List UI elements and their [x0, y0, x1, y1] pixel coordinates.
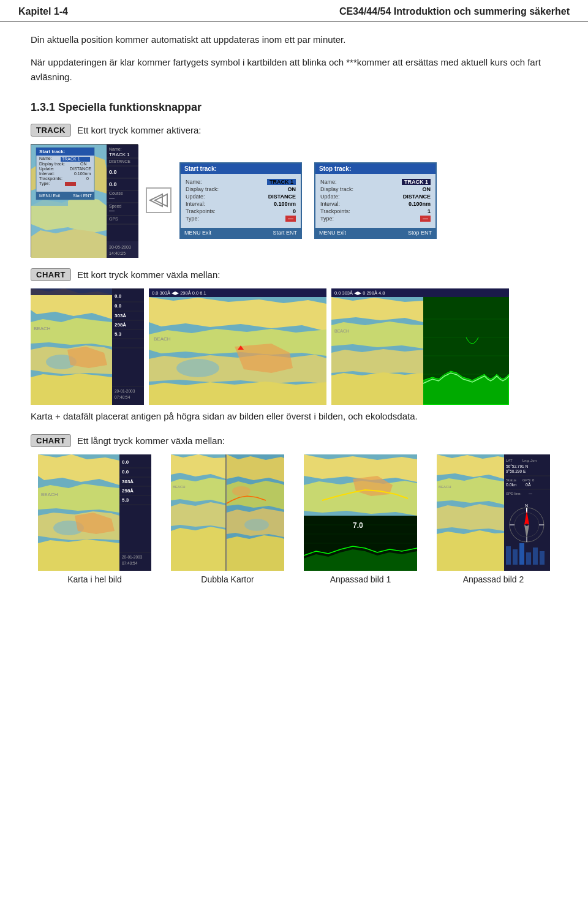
svg-text:GPS: 0: GPS: 0	[522, 478, 535, 482]
svg-marker-145	[437, 504, 504, 531]
svg-text:0.0: 0.0	[109, 169, 117, 175]
svg-text:298Å: 298Å	[122, 488, 134, 494]
svg-text:BEACH: BEACH	[334, 329, 349, 333]
svg-rect-174	[533, 548, 538, 565]
chart1-images-row: BEACH 0.0 0.0 303Å	[31, 288, 557, 405]
dialog-title-stop: Stop track:	[315, 164, 435, 174]
svg-text:0.0: 0.0	[109, 181, 117, 187]
svg-text:GPS: GPS	[109, 217, 118, 221]
svg-marker-146	[437, 530, 504, 571]
svg-marker-89	[331, 349, 423, 374]
svg-marker-51	[31, 318, 112, 347]
svg-text:BEACH: BEACH	[34, 326, 51, 331]
svg-text:Update:: Update:	[39, 167, 55, 171]
chart-map-2-svg: 0.0 303Å ◀▶ 298Å 0.0 6.1 BEACH	[149, 288, 326, 405]
svg-text:MENU Exit: MENU Exit	[39, 194, 60, 198]
svg-text:ON: ON	[80, 162, 87, 166]
track-section: TRACK Ett kort tryck kommer aktivera:	[31, 124, 557, 257]
svg-marker-3	[31, 229, 107, 258]
bottom-img-col-3: 7.0 Anpassad bild 1	[296, 454, 424, 584]
start-track-dialog: Start track: Name:TRACK 1 Display track:…	[179, 162, 302, 239]
track-map-svg: Start track: Name: TRACK 1 Display track…	[31, 145, 138, 258]
svg-text:Name:: Name:	[39, 156, 52, 160]
svg-text:BEACH: BEACH	[154, 336, 171, 342]
track-badge-row: TRACK Ett kort tryck kommer aktivera:	[31, 124, 557, 137]
svg-text:0.0: 0.0	[115, 303, 122, 309]
svg-text:N: N	[525, 503, 528, 508]
arrow-indicator	[145, 187, 172, 214]
svg-point-132	[232, 486, 251, 496]
svg-marker-78	[149, 355, 326, 383]
svg-marker-122	[171, 502, 226, 528]
svg-text:Interval:: Interval:	[39, 171, 55, 176]
custom2-svg: BEACH LAT Lng..Jon 56°52.791 N 9°50.290 …	[437, 454, 550, 571]
svg-marker-123	[171, 527, 226, 571]
svg-text:SPD line:: SPD line:	[506, 492, 521, 495]
chart-map-2: 0.0 303Å ◀▶ 298Å 0.0 6.1 BEACH	[149, 288, 326, 405]
track-badge: TRACK	[31, 124, 71, 137]
svg-rect-173	[526, 552, 531, 565]
svg-rect-172	[519, 543, 524, 565]
doublemap-svg: BEACH	[171, 454, 284, 571]
page: Kapitel 1-4 CE34/44/54 Introduktion och …	[0, 0, 588, 614]
svg-text:56°52.791 N: 56°52.791 N	[506, 464, 529, 469]
svg-point-81	[176, 359, 219, 377]
track-images-row: Start track: Name: TRACK 1 Display track…	[31, 144, 557, 257]
svg-marker-90	[331, 372, 423, 405]
svg-text:BEACH: BEACH	[173, 485, 186, 489]
svg-text:Name:: Name:	[109, 147, 122, 151]
svg-text:20-01-2003: 20-01-2003	[115, 389, 135, 393]
bottom-img-col-1: BEACH 0.0 0.0 303Å 298Å 5.3	[31, 454, 159, 584]
svg-rect-57	[31, 288, 112, 295]
chart1-badge: CHART	[31, 268, 71, 281]
svg-text:0.0: 0.0	[122, 459, 129, 465]
chart2-badge-row: CHART Ett långt tryck kommer växla mella…	[31, 434, 557, 447]
bottom-img-col-2: BEACH Dubb	[164, 454, 292, 584]
svg-rect-170	[506, 546, 511, 565]
chart-section-1: CHART Ett kort tryck kommer växla mellan…	[31, 268, 557, 424]
svg-text:Start track:: Start track:	[39, 149, 65, 154]
chart2-description: Ett långt tryck kommer växla mellan:	[77, 435, 225, 446]
document-title: CE34/44/54 Introduktion och summering sä…	[339, 6, 570, 17]
svg-text:20-01-2003: 20-01-2003	[122, 555, 143, 559]
svg-text:DISTANCE: DISTANCE	[70, 167, 91, 171]
svg-text:BEACH: BEACH	[439, 485, 451, 489]
svg-text:0.0: 0.0	[122, 469, 129, 475]
bottom-img-col-4: BEACH LAT Lng..Jon 56°52.791 N 9°50.290 …	[429, 454, 557, 584]
svg-rect-21	[65, 182, 76, 186]
chart-map-1-svg: BEACH 0.0 0.0 303Å	[31, 288, 144, 405]
svg-text:7.0: 7.0	[353, 521, 363, 530]
svg-marker-48	[155, 194, 167, 206]
chart-map-3: 0.0 303Å ◀▶ 0 298Å 4.8 BEACH	[331, 288, 509, 405]
svg-text:Trackpoints:: Trackpoints:	[39, 176, 62, 181]
svg-text:Type:: Type:	[39, 181, 50, 186]
svg-rect-171	[513, 549, 518, 565]
svg-text:0.0kn: 0.0kn	[506, 483, 516, 487]
svg-marker-88	[331, 322, 423, 348]
svg-text:07:40:54: 07:40:54	[115, 395, 130, 399]
stop-track-dialog: Stop track: Name:TRACK 1 Display track:O…	[314, 162, 437, 239]
svg-text:TRACK 1: TRACK 1	[62, 157, 80, 161]
svg-text:0.0: 0.0	[115, 293, 122, 299]
custom1-svg: 7.0	[304, 454, 417, 571]
svg-text:30-05-2003: 30-05-2003	[109, 245, 131, 249]
caption-doublemap: Dubbla Kartor	[201, 574, 254, 584]
chart-map-3-svg: 0.0 303Å ◀▶ 0 298Å 4.8 BEACH	[331, 288, 509, 405]
svg-text:14:40:25: 14:40:25	[109, 251, 126, 255]
caption-custom1: Anpassad bild 1	[330, 574, 391, 584]
svg-text:—: —	[109, 195, 115, 201]
svg-text:BEACH: BEACH	[41, 492, 58, 497]
svg-text:5.3: 5.3	[122, 497, 129, 503]
fullmap-svg: BEACH 0.0 0.0 303Å 298Å 5.3	[38, 454, 151, 571]
svg-text:0: 0	[86, 176, 89, 181]
svg-marker-134	[304, 454, 417, 482]
svg-text:298Å: 298Å	[115, 322, 126, 328]
svg-text:LAT: LAT	[506, 459, 513, 462]
bottom-images-row: BEACH 0.0 0.0 303Å 298Å 5.3	[31, 454, 557, 584]
dialog-body-stop: Name:TRACK 1 Display track:ON Update:DIS…	[315, 176, 435, 225]
svg-text:DISTANCE: DISTANCE	[109, 159, 130, 164]
intro-para2: När uppdateringen är klar kommer fartyge…	[31, 55, 557, 84]
svg-text:9°50.290 E: 9°50.290 E	[506, 469, 526, 473]
svg-text:—: —	[529, 492, 532, 495]
svg-marker-79	[149, 382, 326, 405]
